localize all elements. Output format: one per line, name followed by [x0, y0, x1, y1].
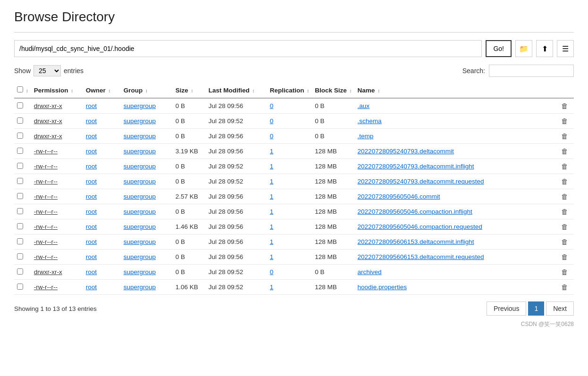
select-all-col[interactable]: ↕: [14, 83, 31, 98]
row-checkbox[interactable]: [17, 102, 23, 109]
upload-button[interactable]: ⬆: [536, 40, 553, 57]
group-link[interactable]: supergroup: [124, 102, 156, 109]
name-link[interactable]: 20220728095605046.compaction.inflight: [358, 208, 472, 215]
row-checkbox[interactable]: [17, 117, 23, 124]
delete-icon[interactable]: 🗑: [561, 177, 568, 185]
select-all-checkbox[interactable]: [17, 86, 23, 92]
replication-link[interactable]: 1: [270, 193, 274, 200]
group-link[interactable]: supergroup: [124, 268, 156, 276]
owner-link[interactable]: root: [86, 178, 97, 185]
group-link[interactable]: supergroup: [124, 208, 156, 215]
replication-link[interactable]: 1: [270, 163, 274, 170]
delete-icon[interactable]: 🗑: [561, 268, 568, 276]
entries-select[interactable]: 10 25 50 100: [34, 65, 61, 76]
row-checkbox[interactable]: [17, 133, 23, 139]
th-last-modified[interactable]: Last Modified ↕: [206, 83, 267, 98]
th-permission[interactable]: Permission ↕: [31, 83, 83, 98]
owner-link[interactable]: root: [86, 148, 97, 155]
owner-link[interactable]: root: [86, 208, 97, 215]
row-checkbox[interactable]: [17, 253, 23, 259]
search-input[interactable]: [489, 65, 574, 77]
replication-link[interactable]: 1: [270, 238, 274, 245]
owner-link[interactable]: root: [86, 102, 97, 109]
group-link[interactable]: supergroup: [124, 133, 156, 140]
group-link[interactable]: supergroup: [124, 163, 156, 170]
permission-link[interactable]: -rw-r--r--: [34, 253, 58, 260]
delete-icon[interactable]: 🗑: [561, 208, 568, 216]
group-link[interactable]: supergroup: [124, 117, 156, 125]
permission-link[interactable]: -rw-r--r--: [34, 178, 58, 185]
group-link[interactable]: supergroup: [124, 253, 156, 260]
folder-button[interactable]: 📁: [515, 40, 532, 57]
replication-link[interactable]: 1: [270, 253, 274, 260]
permission-link[interactable]: -rw-r--r--: [34, 163, 58, 170]
owner-link[interactable]: root: [86, 133, 97, 140]
permission-link[interactable]: drwxr-xr-x: [34, 117, 62, 125]
replication-link[interactable]: 0: [270, 268, 274, 276]
replication-link[interactable]: 1: [270, 148, 274, 155]
delete-icon[interactable]: 🗑: [561, 192, 568, 201]
th-name[interactable]: Name ↕: [355, 83, 555, 98]
delete-icon[interactable]: 🗑: [561, 147, 568, 155]
go-button[interactable]: Go!: [486, 40, 512, 57]
row-checkbox[interactable]: [17, 238, 23, 244]
row-checkbox[interactable]: [17, 148, 23, 154]
delete-icon[interactable]: 🗑: [561, 117, 568, 125]
name-link[interactable]: archived: [358, 268, 382, 276]
name-link[interactable]: .schema: [358, 117, 382, 125]
permission-link[interactable]: -rw-r--r--: [34, 238, 58, 245]
name-link[interactable]: 20220728095240793.deltacommit.inflight: [358, 163, 474, 170]
delete-icon[interactable]: 🗑: [561, 162, 568, 170]
name-link[interactable]: 20220728095606153.deltacommit.inflight: [358, 238, 474, 245]
owner-link[interactable]: root: [86, 223, 97, 230]
permission-link[interactable]: -rw-r--r--: [34, 193, 58, 200]
delete-icon[interactable]: 🗑: [561, 132, 568, 140]
row-checkbox[interactable]: [17, 284, 23, 290]
owner-link[interactable]: root: [86, 238, 97, 245]
path-input[interactable]: [14, 40, 482, 57]
permission-link[interactable]: -rw-r--r--: [34, 284, 58, 291]
name-link[interactable]: .temp: [358, 133, 374, 140]
name-link[interactable]: 20220728095240793.deltacommit: [358, 148, 454, 155]
name-link[interactable]: 20220728095605046.compaction.requested: [358, 223, 482, 230]
delete-icon[interactable]: 🗑: [561, 253, 568, 261]
owner-link[interactable]: root: [86, 268, 97, 276]
th-group[interactable]: Group ↕: [121, 83, 173, 98]
delete-icon[interactable]: 🗑: [561, 102, 568, 110]
group-link[interactable]: supergroup: [124, 148, 156, 155]
name-link[interactable]: 20220728095240793.deltacommit.requested: [358, 178, 484, 185]
permission-link[interactable]: -rw-r--r--: [34, 148, 58, 155]
row-checkbox[interactable]: [17, 208, 23, 214]
group-link[interactable]: supergroup: [124, 284, 156, 291]
permission-link[interactable]: drwxr-xr-x: [34, 102, 62, 109]
row-checkbox[interactable]: [17, 163, 23, 169]
permission-link[interactable]: -rw-r--r--: [34, 223, 58, 230]
page-1-button[interactable]: 1: [528, 301, 544, 316]
row-checkbox[interactable]: [17, 268, 23, 275]
delete-icon[interactable]: 🗑: [561, 223, 568, 231]
group-link[interactable]: supergroup: [124, 223, 156, 230]
th-owner[interactable]: Owner ↕: [83, 83, 121, 98]
row-checkbox[interactable]: [17, 193, 23, 199]
group-link[interactable]: supergroup: [124, 193, 156, 200]
owner-link[interactable]: root: [86, 163, 97, 170]
delete-icon[interactable]: 🗑: [561, 283, 568, 291]
name-link[interactable]: hoodie.properties: [358, 284, 407, 291]
replication-link[interactable]: 1: [270, 208, 274, 215]
th-size[interactable]: Size ↕: [173, 83, 206, 98]
replication-link[interactable]: 0: [270, 133, 274, 140]
name-link[interactable]: 20220728095606153.deltacommit.requested: [358, 253, 484, 260]
name-link[interactable]: .aux: [358, 102, 370, 109]
th-replication[interactable]: Replication ↕: [267, 83, 312, 98]
th-block-size[interactable]: Block Size ↕: [312, 83, 354, 98]
row-checkbox[interactable]: [17, 178, 23, 184]
owner-link[interactable]: root: [86, 193, 97, 200]
owner-link[interactable]: root: [86, 253, 97, 260]
permission-link[interactable]: drwxr-xr-x: [34, 268, 62, 276]
group-link[interactable]: supergroup: [124, 238, 156, 245]
permission-link[interactable]: drwxr-xr-x: [34, 133, 62, 140]
permission-link[interactable]: -rw-r--r--: [34, 208, 58, 215]
replication-link[interactable]: 1: [270, 223, 274, 230]
delete-icon[interactable]: 🗑: [561, 238, 568, 246]
list-button[interactable]: ☰: [557, 40, 574, 57]
